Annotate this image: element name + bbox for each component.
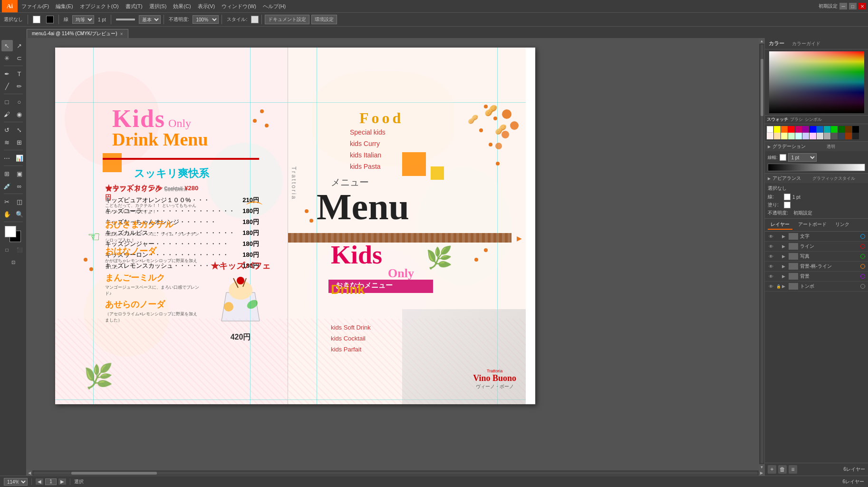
swatch-ltgreen[interactable] [788,133,795,139]
warp-tool[interactable]: ≋ [1,136,13,148]
swatch-orange[interactable] [781,126,788,133]
scroll-thumb-v[interactable] [761,59,763,116]
menu-select[interactable]: 選択(S) [146,0,170,12]
pen-tool[interactable]: ✒ [1,68,13,79]
prev-page-btn[interactable]: ◀ [36,478,43,485]
maximize-button[interactable]: □ [849,3,857,10]
mesh-tool[interactable]: ⊞ [1,168,13,179]
preview-mode-btn[interactable]: ⬛ [14,244,25,255]
appearance-header[interactable]: ▶ アピアランス グラフィックスタイル [765,174,868,183]
scroll-left-btn[interactable]: ◀ [27,470,32,476]
stroke-width-select[interactable]: 1 pt [788,153,817,162]
swatch-ltcyan[interactable] [795,133,802,139]
swatch-tab[interactable]: スウォッチ [767,117,788,123]
stroke-swatch-ap[interactable] [784,194,791,200]
ellipse-tool[interactable]: ○ [14,96,25,107]
minimize-button[interactable]: ─ [839,3,847,10]
rotate-tool[interactable]: ↺ [1,124,13,136]
layer-expand-line[interactable]: ▶ [782,244,787,249]
layer-eye-tombo[interactable]: 👁 [768,283,774,290]
layer-eye-line[interactable]: 👁 [768,243,774,250]
swatch-lavender[interactable] [802,133,809,139]
layer-expand-bg[interactable]: ▶ [782,274,787,279]
style-box[interactable] [251,16,259,23]
free-transform-tool[interactable]: ⊞ [14,136,25,148]
foreground-color-box[interactable] [5,226,16,237]
scale-tool[interactable]: ⤡ [14,124,25,136]
stroke-color-swatch[interactable] [780,154,786,161]
magic-wand-tool[interactable]: ✳ [1,52,13,64]
menu-help[interactable]: ヘルプ(H) [260,0,289,12]
scroll-right-btn[interactable]: ▶ [759,470,764,476]
stroke-type-select[interactable]: 均等 [72,15,94,24]
menu-window[interactable]: ウィンドウ(W) [219,0,259,12]
swatch-purple[interactable] [802,126,809,133]
tab-close-button[interactable]: × [120,31,123,37]
document-tab[interactable]: menu1-4ai @ 114% (CMYK/プレビュー) × [27,29,128,38]
artboard-tab[interactable]: アートボード [795,220,829,230]
brush-tab[interactable]: ブラシ [790,117,803,123]
menu-type[interactable]: 書式(T) [123,0,145,12]
swatch-rust[interactable] [845,133,852,139]
swatch-yellow[interactable] [774,126,781,133]
swatch-verydark[interactable] [852,133,859,139]
direct-select-tool[interactable]: ↗ [14,40,25,51]
type-tool[interactable]: T [14,68,25,79]
gradient-tool[interactable]: ▣ [14,168,25,179]
color-gradient-box[interactable] [769,51,864,113]
opacity-select[interactable]: 100% [193,15,219,24]
swatch-dkgreen[interactable] [838,126,845,133]
swatch-peach[interactable] [774,133,781,139]
dash-type-select[interactable]: 基本 [139,15,161,24]
close-button[interactable]: ✕ [858,3,866,10]
symbol-spray-tool[interactable]: ⋯ [1,152,13,164]
h-scrollbar[interactable]: ◀ ▶ [27,470,764,476]
delete-layer-btn[interactable]: 🗑 [778,465,787,474]
rect-tool[interactable]: □ [1,96,13,107]
swatch-blue[interactable] [810,126,816,133]
scroll-up-btn[interactable]: ▲ [759,38,765,44]
scroll-down-btn[interactable]: ▼ [759,464,765,470]
swatch-green[interactable] [831,126,838,133]
symbol-tab[interactable]: シンボル [805,117,822,123]
zoom-tool[interactable]: 🔍 [14,208,25,220]
swatch-ltpink[interactable] [767,133,773,139]
hand-tool[interactable]: ✋ [1,208,13,220]
stroke-color-box[interactable] [31,16,42,23]
page-number-input[interactable] [45,478,57,485]
gradient-header[interactable]: ▶ グラデーション 透明 [765,142,868,151]
menu-file[interactable]: ファイル(F) [19,0,52,12]
swatch-black[interactable] [852,126,859,133]
blob-brush-tool[interactable]: ◉ [14,108,25,120]
eraser-tool[interactable]: ◫ [14,196,25,207]
gradient-bar[interactable] [768,164,865,171]
normal-mode-btn[interactable]: □ [1,244,13,255]
select-tool[interactable]: ↖ [1,40,13,51]
swatch-brown[interactable] [845,126,852,133]
layer-eye-bg-line[interactable]: 👁 [768,263,774,270]
swatch-red[interactable] [788,126,795,133]
pencil-tool[interactable]: ✏ [14,80,25,92]
swatch-pink[interactable] [795,126,802,133]
swatch-blue2[interactable] [817,126,823,133]
swatch-ltpurple[interactable] [810,133,816,139]
eyedropper-tool[interactable]: 💉 [1,180,13,192]
swatch-ltyellow[interactable] [781,133,788,139]
swatch-teal[interactable] [824,126,830,133]
lasso-tool[interactable]: ⊂ [14,52,25,64]
full-screen-btn[interactable]: ⊡ [8,256,19,268]
swatch-navy[interactable] [838,133,845,139]
blend-tool[interactable]: ∞ [14,180,25,192]
scissors-tool[interactable]: ✂ [1,196,13,207]
links-tab[interactable]: リンク [832,220,852,230]
scroll-thumb-h[interactable] [71,472,157,475]
swatch-white[interactable] [767,126,773,133]
zoom-level-select[interactable]: 114% [4,478,28,486]
doc-settings-button[interactable]: ドキュメント設定 [265,15,309,24]
swatch-dkgray[interactable] [831,133,838,139]
v-scrollbar[interactable]: ▲ ▼ [759,38,764,470]
layer-expand-photo[interactable]: ▶ [782,254,787,259]
fill-swatch-ap[interactable] [784,202,791,208]
layers-tab[interactable]: レイヤー [768,220,792,230]
graph-tool[interactable]: 📊 [14,152,25,164]
